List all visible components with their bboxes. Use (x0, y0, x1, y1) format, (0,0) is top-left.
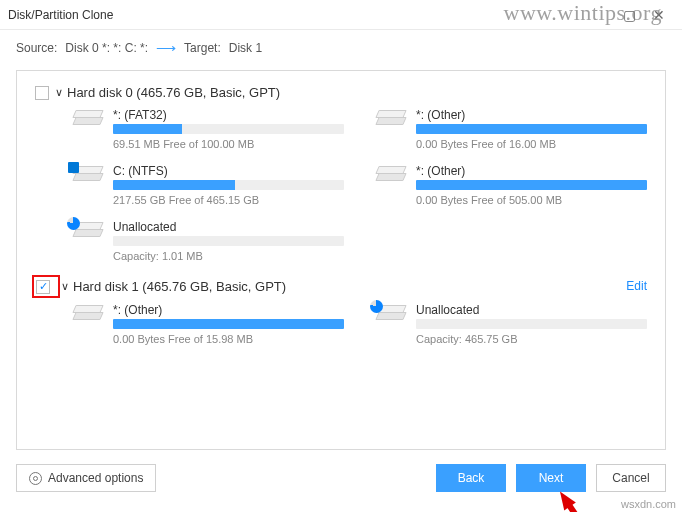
gear-icon (29, 472, 42, 485)
usage-bar (113, 236, 344, 246)
drive-icon (374, 110, 406, 132)
partition-free: Capacity: 1.01 MB (113, 250, 344, 262)
disk-title: Hard disk 0 (465.76 GB, Basic, GPT) (67, 85, 280, 100)
partition-name: *: (Other) (416, 164, 647, 178)
partition-name: *: (Other) (113, 303, 344, 317)
drive-icon (71, 110, 103, 132)
partition-free: 217.55 GB Free of 465.15 GB (113, 194, 344, 206)
partition-item[interactable]: Unallocated Capacity: 465.75 GB (374, 303, 647, 345)
disk-header[interactable]: ∨ Hard disk 0 (465.76 GB, Basic, GPT) (35, 85, 647, 100)
usage-bar (416, 319, 647, 329)
source-value: Disk 0 *: *: C: *: (65, 41, 148, 55)
disk-checkbox[interactable] (36, 280, 50, 294)
chevron-down-icon[interactable]: ∨ (61, 280, 69, 293)
next-button[interactable]: Next (516, 464, 586, 492)
drive-icon (374, 305, 406, 327)
drive-icon (71, 222, 103, 244)
partition-item[interactable]: *: (Other) 0.00 Bytes Free of 505.00 MB (374, 164, 647, 206)
drive-icon (374, 166, 406, 188)
partition-grid: *: (FAT32) 69.51 MB Free of 100.00 MB *:… (35, 108, 647, 262)
partition-free: 69.51 MB Free of 100.00 MB (113, 138, 344, 150)
back-button[interactable]: Back (436, 464, 506, 492)
partition-item[interactable]: *: (FAT32) 69.51 MB Free of 100.00 MB (71, 108, 344, 150)
partition-item[interactable]: *: (Other) 0.00 Bytes Free of 16.00 MB (374, 108, 647, 150)
close-icon[interactable]: ✕ (644, 7, 674, 23)
drive-icon (71, 166, 103, 188)
source-label: Source: (16, 41, 57, 55)
partition-name: Unallocated (416, 303, 647, 317)
usage-bar (113, 180, 344, 190)
edit-link[interactable]: Edit (626, 279, 647, 293)
partition-name: C: (NTFS) (113, 164, 344, 178)
maximize-icon[interactable]: ▢ (614, 7, 644, 23)
titlebar: Disk/Partition Clone ▢ ✕ (0, 0, 682, 30)
source-target-bar: Source: Disk 0 *: *: C: *: ⟶ Target: Dis… (0, 30, 682, 70)
partition-grid: *: (Other) 0.00 Bytes Free of 15.98 MB U… (35, 303, 647, 345)
usage-bar (416, 124, 647, 134)
target-label: Target: (184, 41, 221, 55)
advanced-options-label: Advanced options (48, 471, 143, 485)
partition-free: 0.00 Bytes Free of 15.98 MB (113, 333, 344, 345)
disk-checkbox[interactable] (35, 86, 49, 100)
partition-free: 0.00 Bytes Free of 16.00 MB (416, 138, 647, 150)
chevron-down-icon[interactable]: ∨ (55, 86, 63, 99)
partition-item[interactable]: C: (NTFS) 217.55 GB Free of 465.15 GB (71, 164, 344, 206)
target-value: Disk 1 (229, 41, 262, 55)
advanced-options-button[interactable]: Advanced options (16, 464, 156, 492)
partition-free: 0.00 Bytes Free of 505.00 MB (416, 194, 647, 206)
partition-name: *: (FAT32) (113, 108, 344, 122)
disk-panel: ∨ Hard disk 0 (465.76 GB, Basic, GPT) *:… (16, 70, 666, 450)
usage-bar (113, 124, 344, 134)
disk-title: Hard disk 1 (465.76 GB, Basic, GPT) (73, 279, 286, 294)
cancel-button[interactable]: Cancel (596, 464, 666, 492)
partition-item[interactable]: *: (Other) 0.00 Bytes Free of 15.98 MB (71, 303, 344, 345)
window-title: Disk/Partition Clone (8, 8, 614, 22)
disk-header[interactable]: ∨ Hard disk 1 (465.76 GB, Basic, GPT) Ed… (35, 278, 647, 295)
usage-bar (416, 180, 647, 190)
partition-free: Capacity: 465.75 GB (416, 333, 647, 345)
partition-name: *: (Other) (416, 108, 647, 122)
arrow-icon: ⟶ (156, 40, 176, 56)
footer: Advanced options Back Next Cancel (0, 454, 682, 502)
partition-name: Unallocated (113, 220, 344, 234)
drive-icon (71, 305, 103, 327)
partition-item[interactable]: Unallocated Capacity: 1.01 MB (71, 220, 344, 262)
usage-bar (113, 319, 344, 329)
